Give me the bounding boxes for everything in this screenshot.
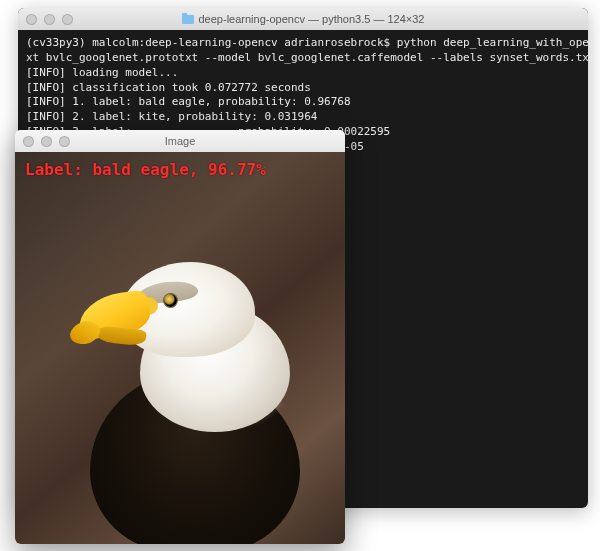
- image-window: Image Label: bald eagle, 96.77%: [15, 130, 345, 544]
- term-line: [INFO] 2. label: kite, probability: 0.03…: [26, 110, 317, 123]
- terminal-title-folder: deep-learning-opencv: [199, 13, 305, 25]
- classification-overlay-label: Label: bald eagle, 96.77%: [25, 160, 266, 179]
- minimize-icon[interactable]: [41, 136, 52, 147]
- window-controls: [26, 14, 73, 25]
- terminal-title-suffix: — python3.5 — 124×32: [305, 13, 425, 25]
- minimize-icon[interactable]: [44, 14, 55, 25]
- image-titlebar[interactable]: Image: [15, 130, 345, 152]
- terminal-title: deep-learning-opencv — python3.5 — 124×3…: [18, 13, 588, 25]
- close-icon[interactable]: [23, 136, 34, 147]
- term-line: [INFO] classification took 0.072772 seco…: [26, 81, 311, 94]
- folder-icon: [182, 15, 194, 24]
- eagle-illustration: [60, 242, 320, 542]
- close-icon[interactable]: [26, 14, 37, 25]
- zoom-icon[interactable]: [62, 14, 73, 25]
- window-controls: [23, 136, 70, 147]
- term-line: (cv33py3) malcolm:deep-learning-opencv a…: [26, 36, 588, 49]
- term-line: [INFO] 1. label: bald eagle, probability…: [26, 95, 351, 108]
- term-line: xt bvlc_googlenet.prototxt --model bvlc_…: [26, 51, 588, 64]
- zoom-icon[interactable]: [59, 136, 70, 147]
- term-line: [INFO] loading model...: [26, 66, 178, 79]
- image-canvas: Label: bald eagle, 96.77%: [15, 152, 345, 544]
- terminal-titlebar[interactable]: deep-learning-opencv — python3.5 — 124×3…: [18, 8, 588, 30]
